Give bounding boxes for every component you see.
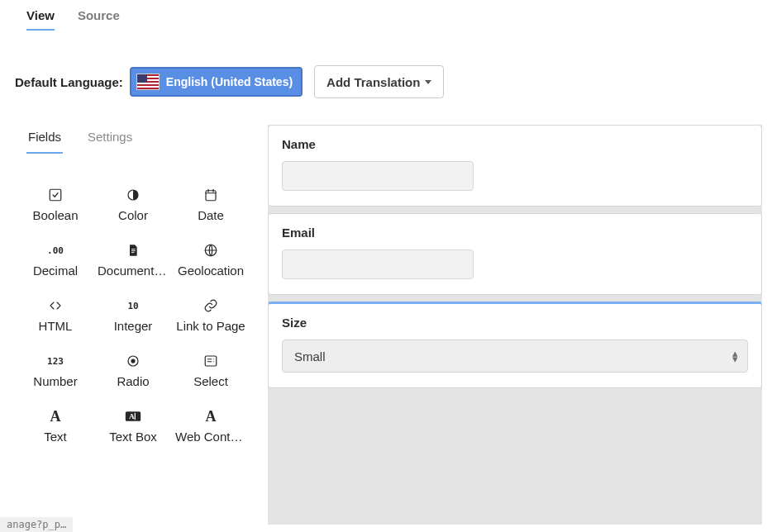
language-row: Default Language: English (United States… — [0, 31, 772, 98]
text-icon: A — [47, 408, 64, 425]
field-type-link[interactable]: Link to Page — [175, 297, 246, 333]
top-tabs: View Source — [0, 0, 772, 31]
left-subtabs: Fields Settings — [13, 125, 248, 154]
code-icon — [47, 297, 64, 314]
field-type-geolocation[interactable]: Geolocation — [175, 242, 246, 278]
field-type-grid: BooleanColorDate.00DecimalDocuments and … — [13, 187, 248, 444]
field-type-label: Text Box — [98, 430, 169, 444]
field-type-webcontent[interactable]: AWeb Content — [175, 408, 246, 444]
field-type-decimal[interactable]: .00Decimal — [20, 242, 91, 278]
field-label-size: Size — [282, 316, 748, 330]
field-label-email: Email — [282, 226, 748, 240]
field-label-name: Name — [282, 137, 748, 151]
default-language-text: English (United States) — [166, 75, 293, 88]
tab-source[interactable]: Source — [78, 8, 120, 31]
field-type-label: Date — [175, 208, 246, 222]
check-square-icon — [47, 187, 64, 203]
field-type-label: Boolean — [20, 208, 91, 222]
field-type-document[interactable]: Documents and Media — [98, 242, 169, 278]
field-type-label: Decimal — [20, 264, 91, 278]
field-card-email[interactable]: Email — [268, 213, 762, 295]
select-icon — [203, 353, 219, 369]
status-crumb: anage?p_p… — [0, 517, 73, 532]
us-flag-icon — [136, 74, 160, 90]
globe-icon — [203, 242, 219, 259]
field-type-label: Number — [20, 374, 91, 388]
field-type-text[interactable]: AText — [20, 408, 91, 444]
link-icon — [203, 297, 219, 314]
size-select[interactable]: Small — [282, 340, 748, 373]
add-translation-button[interactable]: Add Translation — [314, 65, 444, 98]
field-type-date[interactable]: Date — [175, 187, 246, 222]
add-translation-label: Add Translation — [326, 75, 420, 89]
decimal-icon: .00 — [47, 242, 64, 259]
size-select-wrap: Small ▴▾ — [282, 340, 748, 373]
tab-view[interactable]: View — [26, 8, 55, 31]
select-caret-icon: ▴▾ — [732, 350, 738, 362]
field-card-name[interactable]: Name — [268, 125, 762, 207]
number-icon: 123 — [47, 353, 64, 369]
subtab-fields[interactable]: Fields — [26, 125, 63, 154]
field-type-label: Integer — [98, 319, 169, 333]
field-type-textbox[interactable]: AText Box — [98, 408, 169, 444]
field-type-label: Documents and Media — [98, 264, 169, 278]
field-type-label: Text — [20, 430, 91, 444]
svg-rect-0 — [50, 189, 61, 201]
default-language-label: Default Language: — [15, 75, 123, 89]
field-type-number[interactable]: 123Number — [20, 353, 91, 388]
field-type-label: Select — [175, 374, 246, 388]
text-icon: A — [203, 408, 219, 425]
radio-icon — [125, 353, 141, 369]
field-type-radio[interactable]: Radio — [98, 353, 169, 388]
svg-rect-2 — [206, 191, 216, 201]
field-type-label: Geolocation — [175, 264, 246, 278]
left-panel: Fields Settings BooleanColorDate.00Decim… — [0, 125, 248, 444]
field-type-boolean[interactable]: Boolean — [20, 187, 91, 222]
textbox-icon: A — [125, 408, 141, 425]
svg-rect-9 — [135, 413, 136, 420]
document-icon — [125, 242, 141, 259]
calendar-icon — [203, 187, 219, 203]
integer-icon: 10 — [125, 297, 141, 314]
default-language-chip[interactable]: English (United States) — [130, 67, 303, 97]
field-type-color[interactable]: Color — [98, 187, 169, 222]
caret-down-icon — [425, 80, 431, 84]
name-input[interactable] — [282, 161, 474, 191]
email-input[interactable] — [282, 249, 474, 279]
field-type-label: Web Content — [175, 430, 246, 444]
subtab-settings[interactable]: Settings — [86, 125, 134, 154]
field-type-html[interactable]: HTML — [20, 297, 91, 333]
field-type-label: Link to Page — [175, 319, 246, 333]
field-card-size[interactable]: Size Small ▴▾ — [268, 302, 762, 388]
size-select-value: Small — [294, 349, 326, 363]
field-type-select-field[interactable]: Select — [175, 353, 246, 388]
field-type-label: HTML — [20, 319, 91, 333]
svg-text:A: A — [129, 412, 135, 420]
field-type-label: Radio — [98, 374, 169, 388]
svg-rect-6 — [205, 356, 217, 366]
main-area: Fields Settings BooleanColorDate.00Decim… — [0, 98, 772, 525]
field-type-label: Color — [98, 208, 169, 222]
field-type-integer[interactable]: 10Integer — [98, 297, 169, 333]
svg-point-5 — [131, 359, 135, 363]
contrast-icon — [125, 187, 141, 203]
form-canvas: Name Email Size Small ▴▾ — [268, 125, 762, 525]
